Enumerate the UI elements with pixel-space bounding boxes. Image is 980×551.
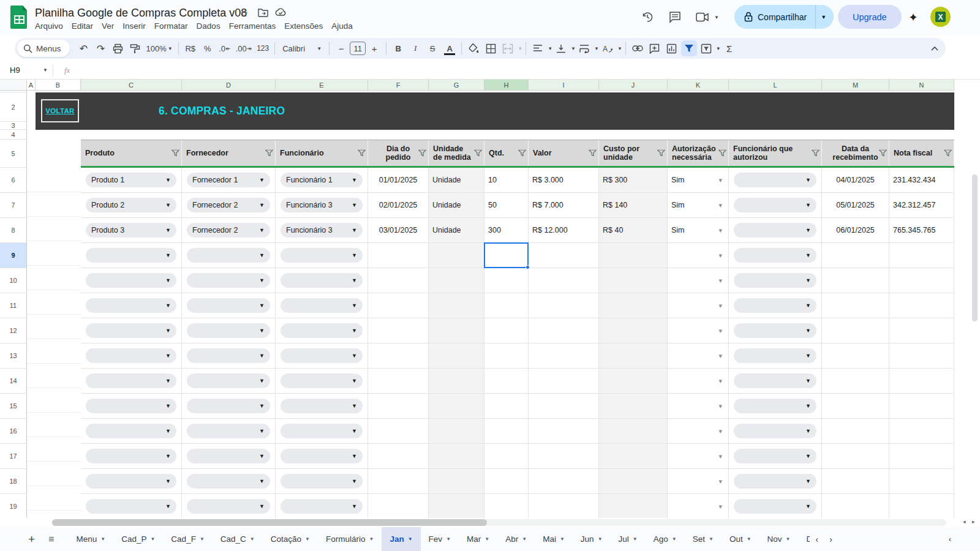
cell-M13[interactable]: [822, 343, 889, 369]
row-header-16[interactable]: 16: [0, 419, 27, 444]
cell-F7[interactable]: 02/01/2025: [368, 193, 429, 218]
cell-D6[interactable]: Fornecedor 1▼: [182, 168, 276, 193]
funcionario-dropdown[interactable]: ▼: [281, 474, 363, 489]
cell-C9[interactable]: ▼: [81, 243, 182, 268]
format-currency-button[interactable]: R$: [183, 40, 198, 56]
menu-formatar[interactable]: Formatar: [150, 20, 192, 32]
func_autorizou-dropdown[interactable]: ▼: [734, 173, 816, 187]
cell-H19[interactable]: [484, 494, 529, 518]
star-icon[interactable]: ☆: [240, 8, 248, 19]
cell-G6[interactable]: Unidade: [429, 168, 484, 193]
all-sheets-icon[interactable]: ≡: [48, 534, 53, 545]
menus-search-button[interactable]: Menus: [17, 40, 70, 57]
autorizacao-dropdown[interactable]: Sim▾: [671, 176, 725, 184]
produto-dropdown[interactable]: ▼: [86, 399, 176, 413]
cell-E15[interactable]: ▼: [276, 394, 368, 419]
cell-D18[interactable]: ▼: [182, 469, 276, 494]
print-icon[interactable]: [110, 40, 126, 56]
column-header-E[interactable]: E: [276, 80, 368, 91]
col-header-funcionario[interactable]: Funcionário: [276, 140, 368, 166]
hscroll-left-icon[interactable]: ◂: [963, 519, 966, 525]
cell-C8[interactable]: Produto 3▼: [81, 218, 182, 243]
horizontal-scrollbar[interactable]: [52, 519, 487, 526]
functions-button[interactable]: Σ: [722, 40, 737, 56]
menu-ver[interactable]: Ver: [97, 20, 118, 32]
account-avatar[interactable]: X: [930, 7, 951, 27]
col-header-valor[interactable]: Valor: [529, 140, 599, 166]
cell-D16[interactable]: ▼: [182, 419, 276, 444]
cell-H11[interactable]: [484, 293, 529, 318]
produto-dropdown[interactable]: ▼: [86, 273, 176, 288]
col-header-fornecedor[interactable]: Fornecedor: [182, 140, 276, 166]
insert-comment-icon[interactable]: [647, 40, 663, 56]
cell-N8[interactable]: 765.345.765: [889, 218, 954, 243]
cell-G9[interactable]: [429, 243, 484, 268]
func_autorizou-dropdown[interactable]: ▼: [734, 499, 816, 514]
cell-H8[interactable]: 300: [484, 218, 529, 243]
sheet-tab-fev[interactable]: Fev▼: [421, 527, 459, 551]
sheet-tab-jun[interactable]: Jun▼: [573, 527, 611, 551]
cell-I9[interactable]: [529, 243, 599, 268]
cell-E11[interactable]: ▼: [276, 293, 368, 318]
produto-dropdown[interactable]: ▼: [86, 474, 176, 489]
cell-F14[interactable]: [368, 369, 429, 394]
fornecedor-dropdown[interactable]: ▼: [187, 424, 270, 438]
funcionario-dropdown[interactable]: ▼: [281, 373, 363, 388]
cell-J12[interactable]: [599, 318, 668, 343]
cell-G12[interactable]: [429, 318, 484, 343]
cell-C19[interactable]: ▼: [81, 494, 182, 518]
comment-history-icon[interactable]: [666, 8, 684, 26]
autorizacao-dropdown[interactable]: Sim▾: [671, 226, 725, 234]
cell-G19[interactable]: [429, 494, 484, 518]
cell-I11[interactable]: [529, 293, 599, 318]
menu-inserir[interactable]: Inserir: [118, 20, 150, 32]
produto-dropdown[interactable]: ▼: [86, 248, 176, 263]
cell-H15[interactable]: [484, 394, 529, 419]
cell-L14[interactable]: ▼: [729, 369, 822, 394]
cell-J16[interactable]: [599, 419, 668, 444]
row-header-12[interactable]: 12: [0, 318, 27, 343]
cell-E18[interactable]: ▼: [276, 469, 368, 494]
cell-K6[interactable]: Sim▾: [668, 168, 729, 193]
cell-K7[interactable]: Sim▾: [668, 193, 729, 218]
row-header-15[interactable]: 15: [0, 394, 27, 419]
cell-H7[interactable]: 50: [484, 193, 529, 218]
cell-E8[interactable]: Funcionário 3▼: [276, 218, 368, 243]
fornecedor-dropdown[interactable]: ▼: [187, 248, 270, 263]
cell-J18[interactable]: [599, 469, 668, 494]
cell-K17[interactable]: ▾: [668, 444, 729, 469]
row-header-7[interactable]: 7: [0, 193, 27, 218]
cell-L17[interactable]: ▼: [729, 444, 822, 469]
produto-dropdown[interactable]: ▼: [86, 298, 176, 313]
col-header-autorizacao[interactable]: Autorização necessária: [668, 140, 729, 166]
filter-views-icon[interactable]: [698, 40, 714, 56]
cell-D14[interactable]: ▼: [182, 369, 276, 394]
cell-H16[interactable]: [484, 419, 529, 444]
row-header-6[interactable]: 6: [0, 168, 27, 193]
produto-dropdown[interactable]: Produto 2▼: [86, 198, 176, 212]
cell-E17[interactable]: ▼: [276, 444, 368, 469]
borders-icon[interactable]: [483, 40, 499, 56]
sheet-tab-jan[interactable]: Jan▼: [382, 527, 420, 551]
funcionario-dropdown[interactable]: ▼: [281, 348, 363, 363]
cell-I18[interactable]: [529, 469, 599, 494]
cell-C6[interactable]: Produto 1▼: [81, 168, 182, 193]
cell-E12[interactable]: ▼: [276, 318, 368, 343]
autorizacao-dropdown[interactable]: ▾: [671, 277, 725, 285]
fornecedor-dropdown[interactable]: ▼: [187, 323, 270, 338]
cell-C18[interactable]: ▼: [81, 469, 182, 494]
sheet-tab-cotao[interactable]: Cotação▼: [263, 527, 318, 551]
gemini-sparkle-icon[interactable]: ✦: [908, 10, 918, 24]
produto-dropdown[interactable]: ▼: [86, 323, 176, 338]
cell-N19[interactable]: [889, 494, 954, 518]
produto-dropdown[interactable]: ▼: [86, 348, 176, 363]
text-wrap-caret-icon[interactable]: ▼: [594, 46, 599, 51]
row-header-3[interactable]: 3: [0, 122, 27, 130]
decrease-decimal-button[interactable]: .0↞: [217, 40, 233, 56]
cell-C17[interactable]: ▼: [81, 444, 182, 469]
cell-F12[interactable]: [368, 318, 429, 343]
font-size-input[interactable]: 11: [350, 42, 366, 55]
cell-J15[interactable]: [599, 394, 668, 419]
cell-M7[interactable]: 05/01/2025: [822, 193, 889, 218]
cell-L19[interactable]: ▼: [729, 494, 822, 518]
